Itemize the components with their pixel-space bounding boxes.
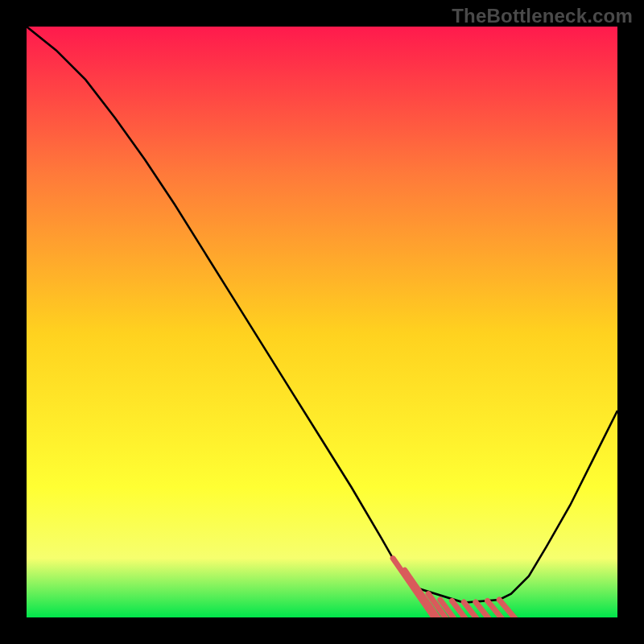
watermark-text: TheBottleneck.com <box>452 5 633 27</box>
plot-area <box>27 27 617 617</box>
gradient-background <box>27 27 617 617</box>
chart-svg <box>27 27 617 617</box>
chart-frame: TheBottleneck.com <box>0 0 644 644</box>
